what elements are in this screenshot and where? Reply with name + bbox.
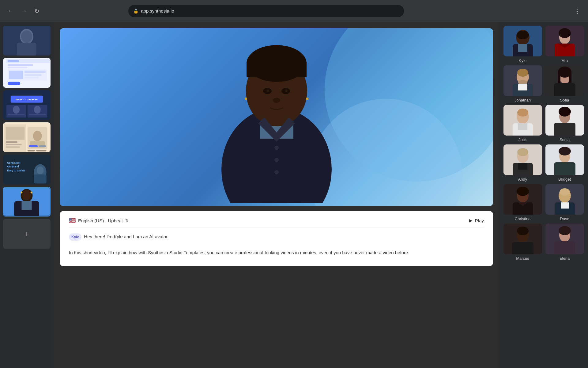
url-text: app.synthesia.io bbox=[141, 8, 174, 13]
avatar-card-jack[interactable]: Jack bbox=[503, 105, 542, 142]
svg-rect-48 bbox=[21, 201, 32, 210]
avatar-name-extra1: Marcus bbox=[503, 256, 542, 261]
bridget-thumb-svg bbox=[545, 144, 584, 175]
svg-rect-11 bbox=[24, 71, 46, 73]
slide-thumb-4[interactable] bbox=[3, 122, 51, 152]
svg-rect-96 bbox=[554, 123, 575, 136]
svg-rect-71 bbox=[518, 44, 527, 52]
script-line-1: KyleHey there! I'm Kyle and I am an AI a… bbox=[69, 233, 484, 241]
svg-rect-3 bbox=[17, 43, 36, 56]
svg-rect-114 bbox=[561, 202, 569, 209]
avatar-card-christina[interactable]: Christina bbox=[503, 184, 542, 221]
avatar-name-jack: Jack bbox=[503, 137, 542, 142]
avatar-card-extra2[interactable]: Elena bbox=[545, 224, 584, 261]
svg-rect-34 bbox=[39, 145, 46, 147]
script-controls: 🇺🇸 English (US) - Upbeat ⇅ ▶ Play bbox=[69, 217, 484, 228]
slide-thumb-1[interactable] bbox=[3, 26, 51, 56]
slide-thumb-5[interactable]: Consistent On-Brand Easy to update bbox=[3, 155, 51, 184]
avatar-card-sofia[interactable]: Sofia bbox=[545, 65, 584, 102]
svg-point-90 bbox=[517, 109, 528, 117]
extra2-thumb-svg bbox=[545, 224, 584, 254]
add-slide-button[interactable]: + bbox=[3, 219, 51, 249]
svg-rect-27 bbox=[6, 141, 17, 143]
avatar-name-dave: Dave bbox=[545, 217, 584, 221]
avatar-card-bridget[interactable]: Bridget bbox=[545, 144, 584, 182]
svg-rect-118 bbox=[512, 242, 533, 254]
svg-point-63 bbox=[306, 98, 308, 100]
svg-point-60 bbox=[285, 90, 288, 92]
svg-rect-26 bbox=[6, 127, 25, 140]
mia-thumb-svg bbox=[545, 26, 584, 56]
address-bar[interactable]: 🔒 app.synthesia.io bbox=[128, 5, 404, 17]
christina-thumb-svg bbox=[503, 184, 542, 215]
script-line-2: In this short video, I'll explain how wi… bbox=[69, 249, 484, 257]
avatar-name-kyle: Kyle bbox=[503, 58, 542, 63]
play-icon: ▶ bbox=[469, 218, 473, 223]
svg-rect-92 bbox=[518, 123, 527, 130]
svg-point-69 bbox=[517, 31, 529, 39]
svg-rect-35 bbox=[28, 150, 35, 151]
avatar-card-sonia[interactable]: Sonia bbox=[545, 105, 584, 142]
svg-point-78 bbox=[517, 69, 528, 77]
avatar-thumb-sonia bbox=[545, 105, 584, 136]
avatar-panel: Kyle Mia bbox=[499, 22, 588, 368]
svg-rect-13 bbox=[24, 77, 39, 79]
svg-rect-122 bbox=[554, 241, 575, 254]
avatar-thumb-mia bbox=[545, 26, 584, 56]
avatar-card-jonathan[interactable]: Jonathan bbox=[503, 65, 542, 102]
avatar-name-christina: Christina bbox=[503, 217, 542, 221]
slide-thumb-2[interactable] bbox=[3, 58, 51, 88]
avatar-card-extra1[interactable]: Marcus bbox=[503, 224, 542, 261]
forward-button[interactable]: → bbox=[18, 6, 29, 16]
browser-menu-button[interactable]: ⋮ bbox=[572, 6, 583, 16]
svg-point-59 bbox=[267, 90, 269, 92]
svg-rect-33 bbox=[29, 145, 38, 147]
svg-rect-87 bbox=[554, 83, 575, 96]
svg-point-21 bbox=[34, 106, 41, 114]
sofia-thumb-svg bbox=[545, 65, 584, 96]
svg-rect-14 bbox=[8, 82, 20, 85]
slide-thumb-3[interactable]: INSERT TITLE HERE bbox=[3, 90, 51, 120]
back-button[interactable]: ← bbox=[5, 6, 16, 16]
script-area: 🇺🇸 English (US) - Upbeat ⇅ ▶ Play KyleHe… bbox=[60, 211, 493, 266]
jack-thumb-svg bbox=[503, 105, 542, 136]
avatar-card-kyle[interactable]: Kyle bbox=[503, 26, 542, 63]
avatar-thumb-kyle bbox=[503, 26, 542, 56]
lock-icon: 🔒 bbox=[133, 9, 138, 13]
svg-point-31 bbox=[33, 131, 42, 141]
nav-buttons: ← → ↻ bbox=[5, 6, 42, 16]
refresh-button[interactable]: ↻ bbox=[32, 6, 42, 16]
app-container: INSERT TITLE HERE bbox=[0, 22, 588, 368]
voice-selector[interactable]: 🇺🇸 English (US) - Upbeat ⇅ bbox=[69, 217, 128, 224]
slide1-visual bbox=[3, 26, 51, 56]
avatar-thumb-christina bbox=[503, 184, 542, 215]
svg-rect-105 bbox=[554, 162, 575, 175]
play-button[interactable]: ▶ Play bbox=[469, 218, 484, 223]
svg-rect-23 bbox=[29, 114, 46, 115]
avatar-tag: Kyle bbox=[69, 233, 81, 241]
svg-rect-10 bbox=[9, 71, 23, 79]
svg-point-99 bbox=[517, 148, 528, 156]
script-content[interactable]: KyleHey there! I'm Kyle and I am an AI a… bbox=[69, 233, 484, 256]
andy-thumb-svg bbox=[503, 144, 542, 175]
svg-point-20 bbox=[13, 106, 20, 114]
slide-thumb-6-active[interactable] bbox=[3, 187, 51, 217]
svg-rect-6 bbox=[8, 60, 19, 62]
slide5-visual: Consistent On-Brand Easy to update bbox=[5, 155, 49, 184]
avatar-thumb-andy bbox=[503, 144, 542, 175]
avatar-card-andy[interactable]: Andy bbox=[503, 144, 542, 182]
kyle-thumb-svg bbox=[503, 26, 542, 56]
svg-rect-43 bbox=[34, 174, 47, 184]
svg-rect-28 bbox=[6, 144, 22, 145]
slide2-visual bbox=[4, 59, 51, 86]
svg-rect-8 bbox=[8, 67, 27, 68]
avatar-name-sofia: Sofia bbox=[545, 98, 584, 102]
svg-text:INSERT TITLE HERE: INSERT TITLE HERE bbox=[16, 98, 38, 101]
svg-rect-81 bbox=[518, 84, 527, 90]
svg-point-74 bbox=[559, 28, 571, 38]
avatar-card-dave[interactable]: Dave bbox=[545, 184, 584, 221]
svg-point-49 bbox=[21, 192, 23, 194]
svg-text:On-Brand: On-Brand bbox=[7, 165, 19, 168]
avatar-card-mia[interactable]: Mia bbox=[545, 26, 584, 63]
svg-point-66 bbox=[275, 171, 278, 174]
